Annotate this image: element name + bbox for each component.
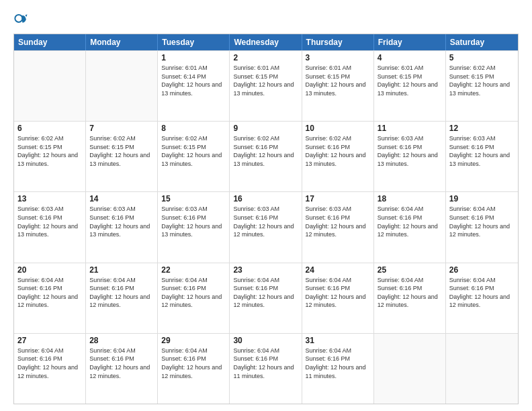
- cal-cell-day-17: 17Sunrise: 6:03 AM Sunset: 6:16 PM Dayli…: [302, 192, 374, 262]
- day-number: 12: [449, 124, 515, 133]
- cell-detail: Sunrise: 6:03 AM Sunset: 6:16 PM Dayligh…: [17, 205, 82, 238]
- cal-cell-day-6: 6Sunrise: 6:02 AM Sunset: 6:15 PM Daylig…: [14, 122, 86, 191]
- cell-detail: Sunrise: 6:04 AM Sunset: 6:16 PM Dayligh…: [89, 276, 154, 310]
- calendar-body: 1Sunrise: 6:01 AM Sunset: 6:14 PM Daylig…: [14, 50, 518, 404]
- day-number: 19: [449, 194, 515, 203]
- page: SundayMondayTuesdayWednesdayThursdayFrid…: [0, 0, 532, 411]
- day-number: 11: [378, 124, 442, 133]
- cal-cell-day-1: 1Sunrise: 6:01 AM Sunset: 6:14 PM Daylig…: [158, 51, 230, 121]
- day-number: 16: [233, 194, 298, 203]
- day-number: 23: [233, 265, 298, 275]
- cell-detail: Sunrise: 6:04 AM Sunset: 6:16 PM Dayligh…: [233, 347, 298, 380]
- day-number: 20: [17, 265, 82, 275]
- cal-cell-day-12: 12Sunrise: 6:03 AM Sunset: 6:16 PM Dayli…: [446, 122, 518, 191]
- cell-detail: Sunrise: 6:04 AM Sunset: 6:16 PM Dayligh…: [449, 276, 515, 310]
- cell-detail: Sunrise: 6:04 AM Sunset: 6:16 PM Dayligh…: [233, 276, 298, 310]
- day-number: 6: [17, 124, 82, 133]
- cal-cell-day-5: 5Sunrise: 6:02 AM Sunset: 6:15 PM Daylig…: [446, 51, 518, 121]
- header: [13, 12, 519, 27]
- cal-cell-empty-6: [446, 334, 518, 404]
- cell-detail: Sunrise: 6:04 AM Sunset: 6:16 PM Dayligh…: [17, 347, 82, 380]
- calendar-header: SundayMondayTuesdayWednesdayThursdayFrid…: [14, 34, 518, 50]
- cell-detail: Sunrise: 6:01 AM Sunset: 6:14 PM Dayligh…: [161, 64, 226, 97]
- cal-cell-day-3: 3Sunrise: 6:01 AM Sunset: 6:15 PM Daylig…: [302, 51, 374, 121]
- cal-cell-day-9: 9Sunrise: 6:02 AM Sunset: 6:16 PM Daylig…: [230, 122, 302, 191]
- cal-cell-day-30: 30Sunrise: 6:04 AM Sunset: 6:16 PM Dayli…: [230, 334, 302, 404]
- cal-cell-day-29: 29Sunrise: 6:04 AM Sunset: 6:16 PM Dayli…: [158, 334, 230, 404]
- cal-cell-day-4: 4Sunrise: 6:01 AM Sunset: 6:15 PM Daylig…: [374, 51, 446, 121]
- header-day-sunday: Sunday: [14, 34, 86, 50]
- day-number: 17: [306, 194, 370, 203]
- cell-detail: Sunrise: 6:01 AM Sunset: 6:15 PM Dayligh…: [378, 64, 442, 97]
- cell-detail: Sunrise: 6:04 AM Sunset: 6:16 PM Dayligh…: [161, 347, 226, 380]
- header-day-thursday: Thursday: [302, 34, 374, 50]
- day-number: 15: [161, 194, 226, 203]
- cal-cell-day-15: 15Sunrise: 6:03 AM Sunset: 6:16 PM Dayli…: [158, 192, 230, 262]
- svg-point-0: [15, 15, 22, 22]
- day-number: 13: [17, 194, 82, 203]
- week-row-2: 6Sunrise: 6:02 AM Sunset: 6:15 PM Daylig…: [14, 121, 518, 191]
- header-day-monday: Monday: [86, 34, 158, 50]
- day-number: 9: [233, 124, 298, 133]
- cal-cell-day-20: 20Sunrise: 6:04 AM Sunset: 6:16 PM Dayli…: [14, 263, 86, 333]
- cell-detail: Sunrise: 6:02 AM Sunset: 6:16 PM Dayligh…: [306, 134, 370, 168]
- day-number: 31: [306, 336, 370, 345]
- day-number: 29: [161, 336, 226, 345]
- cal-cell-day-8: 8Sunrise: 6:02 AM Sunset: 6:15 PM Daylig…: [158, 122, 230, 191]
- header-day-saturday: Saturday: [446, 34, 518, 50]
- cal-cell-day-22: 22Sunrise: 6:04 AM Sunset: 6:16 PM Dayli…: [158, 263, 230, 333]
- cal-cell-day-21: 21Sunrise: 6:04 AM Sunset: 6:16 PM Dayli…: [86, 263, 158, 333]
- week-row-3: 13Sunrise: 6:03 AM Sunset: 6:16 PM Dayli…: [14, 191, 518, 262]
- header-day-friday: Friday: [374, 34, 446, 50]
- cal-cell-day-10: 10Sunrise: 6:02 AM Sunset: 6:16 PM Dayli…: [302, 122, 374, 191]
- cal-cell-day-23: 23Sunrise: 6:04 AM Sunset: 6:16 PM Dayli…: [230, 263, 302, 333]
- cal-cell-day-24: 24Sunrise: 6:04 AM Sunset: 6:16 PM Dayli…: [302, 263, 374, 333]
- day-number: 18: [378, 194, 442, 203]
- cell-detail: Sunrise: 6:02 AM Sunset: 6:15 PM Dayligh…: [17, 134, 82, 168]
- cal-cell-day-31: 31Sunrise: 6:04 AM Sunset: 6:16 PM Dayli…: [302, 334, 374, 404]
- day-number: 24: [306, 265, 370, 275]
- day-number: 2: [233, 53, 298, 62]
- day-number: 7: [89, 124, 154, 133]
- cell-detail: Sunrise: 6:04 AM Sunset: 6:16 PM Dayligh…: [161, 276, 226, 310]
- cell-detail: Sunrise: 6:04 AM Sunset: 6:16 PM Dayligh…: [89, 347, 154, 380]
- cal-cell-day-14: 14Sunrise: 6:03 AM Sunset: 6:16 PM Dayli…: [86, 192, 158, 262]
- week-row-5: 27Sunrise: 6:04 AM Sunset: 6:16 PM Dayli…: [14, 333, 518, 404]
- calendar: SundayMondayTuesdayWednesdayThursdayFrid…: [13, 34, 519, 404]
- cal-cell-day-19: 19Sunrise: 6:04 AM Sunset: 6:16 PM Dayli…: [446, 192, 518, 262]
- cell-detail: Sunrise: 6:02 AM Sunset: 6:15 PM Dayligh…: [89, 134, 154, 168]
- day-number: 5: [449, 53, 515, 62]
- cell-detail: Sunrise: 6:04 AM Sunset: 6:16 PM Dayligh…: [17, 276, 82, 310]
- cal-cell-day-13: 13Sunrise: 6:03 AM Sunset: 6:16 PM Dayli…: [14, 192, 86, 262]
- week-row-1: 1Sunrise: 6:01 AM Sunset: 6:14 PM Daylig…: [14, 50, 518, 121]
- cal-cell-day-7: 7Sunrise: 6:02 AM Sunset: 6:15 PM Daylig…: [86, 122, 158, 191]
- cal-cell-empty-0: [14, 51, 86, 121]
- cell-detail: Sunrise: 6:02 AM Sunset: 6:15 PM Dayligh…: [449, 64, 515, 97]
- cal-cell-day-26: 26Sunrise: 6:04 AM Sunset: 6:16 PM Dayli…: [446, 263, 518, 333]
- cell-detail: Sunrise: 6:04 AM Sunset: 6:16 PM Dayligh…: [378, 276, 442, 310]
- cal-cell-day-2: 2Sunrise: 6:01 AM Sunset: 6:15 PM Daylig…: [230, 51, 302, 121]
- cal-cell-empty-1: [86, 51, 158, 121]
- cell-detail: Sunrise: 6:01 AM Sunset: 6:15 PM Dayligh…: [233, 64, 298, 97]
- day-number: 21: [89, 265, 154, 275]
- cal-cell-empty-5: [374, 334, 446, 404]
- day-number: 3: [306, 53, 370, 62]
- day-number: 25: [378, 265, 442, 275]
- cal-cell-day-16: 16Sunrise: 6:03 AM Sunset: 6:16 PM Dayli…: [230, 192, 302, 262]
- cal-cell-day-27: 27Sunrise: 6:04 AM Sunset: 6:16 PM Dayli…: [14, 334, 86, 404]
- logo: [13, 12, 31, 27]
- day-number: 10: [306, 124, 370, 133]
- cell-detail: Sunrise: 6:02 AM Sunset: 6:16 PM Dayligh…: [233, 134, 298, 168]
- day-number: 28: [89, 336, 154, 345]
- header-day-tuesday: Tuesday: [158, 34, 230, 50]
- cell-detail: Sunrise: 6:04 AM Sunset: 6:16 PM Dayligh…: [306, 276, 370, 310]
- cell-detail: Sunrise: 6:03 AM Sunset: 6:16 PM Dayligh…: [378, 134, 442, 168]
- day-number: 1: [161, 53, 226, 62]
- header-day-wednesday: Wednesday: [230, 34, 302, 50]
- cal-cell-day-11: 11Sunrise: 6:03 AM Sunset: 6:16 PM Dayli…: [374, 122, 446, 191]
- cal-cell-day-28: 28Sunrise: 6:04 AM Sunset: 6:16 PM Dayli…: [86, 334, 158, 404]
- cal-cell-day-18: 18Sunrise: 6:04 AM Sunset: 6:16 PM Dayli…: [374, 192, 446, 262]
- cell-detail: Sunrise: 6:03 AM Sunset: 6:16 PM Dayligh…: [161, 205, 226, 238]
- day-number: 8: [161, 124, 226, 133]
- day-number: 27: [17, 336, 82, 345]
